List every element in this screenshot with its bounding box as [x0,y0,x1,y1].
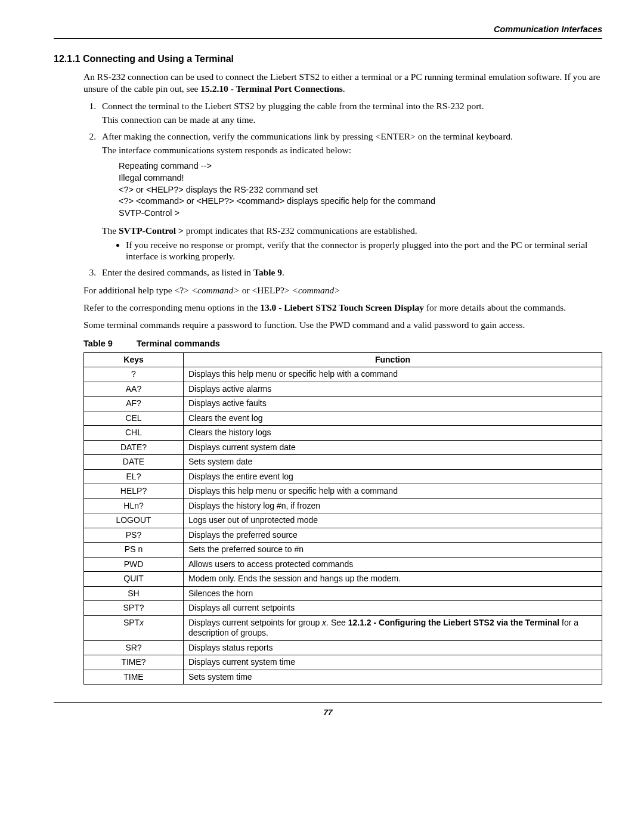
cell-function: Displays status reports [184,640,602,655]
table-row: SHSilences the horn [84,586,602,601]
intro-xref: 15.2.10 - Terminal Port Connections [200,83,343,94]
cell-function: Displays the entire event log [184,469,602,484]
cell-key: ? [84,367,184,382]
step-1-line1: Connect the terminal to the Liebert STS2… [102,101,484,111]
section-number: 12.1.1 [54,54,80,64]
step-2-bullet-list: If you receive no response or prompt, ve… [102,239,602,262]
table-caption-b: Terminal commands [137,339,220,348]
cell-key: AF? [84,397,184,411]
cell-function: Displays current setpoints for group x. … [184,615,602,640]
table-row: TIMESets system time [84,670,602,685]
cell-key: SR? [84,640,184,655]
cell-key: CHL [84,426,184,441]
cell-function: Displays all current setpoints [184,601,602,616]
table-row: TIME?Displays current system time [84,655,602,670]
cell-key: PWD [84,557,184,572]
cell-key: DATE [84,455,184,470]
intro-text-b: . [343,83,345,94]
th-function: Function [184,352,602,367]
cell-key: DATE? [84,440,184,455]
table-row: SR?Displays status reports [84,640,602,655]
table-row: HLn?Displays the history log #n, if froz… [84,498,602,513]
cell-function: Displays active faults [184,397,602,411]
section-title: Connecting and Using a Terminal [83,54,234,64]
table-row: HELP?Displays this help menu or specific… [84,484,602,499]
table-row: ?Displays this help menu or specific hel… [84,367,602,382]
cell-key: PS? [84,528,184,543]
cell-key: LOGOUT [84,513,184,528]
refer-a: Refer to the corresponding menu options … [83,302,260,312]
cell-function: Sets system date [184,455,602,470]
cell-key: QUIT [84,572,184,587]
table-row: SPT?Displays all current setpoints [84,601,602,616]
step-3-b: . [282,267,284,277]
cell-key: TIME? [84,655,184,670]
table-row: AF?Displays active faults [84,397,602,411]
intro-paragraph: An RS-232 connection can be used to conn… [83,71,602,94]
table-row: PS?Displays the preferred source [84,528,602,543]
cell-function: Displays the preferred source [184,528,602,543]
cell-function: Displays current system time [184,655,602,670]
cell-function: Sets the preferred source to #n [184,543,602,558]
terminal-commands-table: Keys Function ?Displays this help menu o… [83,352,602,685]
step-2-bullet: If you receive no response or prompt, ve… [126,239,602,262]
steps-list: Connect the terminal to the Liebert STS2… [83,100,602,278]
page-number: 77 [54,708,602,718]
step-2-after-b: prompt indicates that RS-232 communicati… [184,225,417,236]
section-heading: 12.1.1 Connecting and Using a Terminal [54,53,602,65]
cell-function: Displays the history log #n, if frozen [184,498,602,513]
step-2: After making the connection, verify the … [98,131,602,262]
th-keys: Keys [84,352,184,367]
cell-function: Clears the event log [184,411,602,426]
cell-function: Sets system time [184,670,602,685]
table-row: PS nSets the preferred source to #n [84,543,602,558]
cell-function: Displays this help menu or specific help… [184,367,602,382]
cell-key: AA? [84,382,184,397]
help-i1: <command> [191,285,240,295]
cell-function: Displays active alarms [184,382,602,397]
cell-function: Modem only. Ends the session and hangs u… [184,572,602,587]
help-paragraph: For additional help type <?> <command> o… [83,284,602,296]
cell-key: EL? [84,469,184,484]
table-row: PWDAllows users to access protected comm… [84,557,602,572]
help-a: For additional help type <?> [83,285,191,295]
top-rule [54,38,602,39]
table-ref: Table 9 [253,267,282,277]
bottom-rule [54,702,602,703]
table-row: DATESets system date [84,455,602,470]
step-2-after-a: The [102,225,119,236]
table-row: DATE?Displays current system date [84,440,602,455]
help-i2: <command> [292,285,340,295]
cell-key: PS n [84,543,184,558]
step-3-a: Enter the desired commands, as listed in [102,267,253,277]
svtp-prompt: SVTP-Control > [119,225,184,236]
cell-key: CEL [84,411,184,426]
refer-bold: 13.0 - Liebert STS2 Touch Screen Display [260,302,424,312]
table-row: CHLClears the history logs [84,426,602,441]
terminal-output: Repeating command --> Illegal command! <… [119,160,602,219]
table-row: QUITModem only. Ends the session and han… [84,572,602,587]
cell-key: TIME [84,670,184,685]
body: An RS-232 connection can be used to conn… [83,71,602,685]
cell-function: Logs user out of unprotected mode [184,513,602,528]
step-1: Connect the terminal to the Liebert STS2… [98,100,602,126]
cell-function: Silences the horn [184,586,602,601]
step-3: Enter the desired commands, as listed in… [98,267,602,278]
refer-b: for more details about the commands. [424,302,566,312]
table-row: CELClears the event log [84,411,602,426]
table-row: EL?Displays the entire event log [84,469,602,484]
table-row: AA?Displays active alarms [84,382,602,397]
cell-function: Allows users to access protected command… [184,557,602,572]
cell-key: SPT? [84,601,184,616]
step-1-line2: This connection can be made at any time. [102,114,602,125]
table-caption-a: Table 9 [83,339,113,348]
password-paragraph: Some terminal commands require a passwor… [83,319,602,330]
cell-function: Displays this help menu or specific help… [184,484,602,499]
running-header: Communication Interfaces [54,24,602,35]
refer-paragraph: Refer to the corresponding menu options … [83,302,602,313]
cell-key: SH [84,586,184,601]
table-row: LOGOUTLogs user out of unprotected mode [84,513,602,528]
table-caption: Table 9Terminal commands [83,338,602,349]
table-row: SPTxDisplays current setpoints for group… [84,615,602,640]
step-2-line2: The interface communications system resp… [102,144,602,156]
